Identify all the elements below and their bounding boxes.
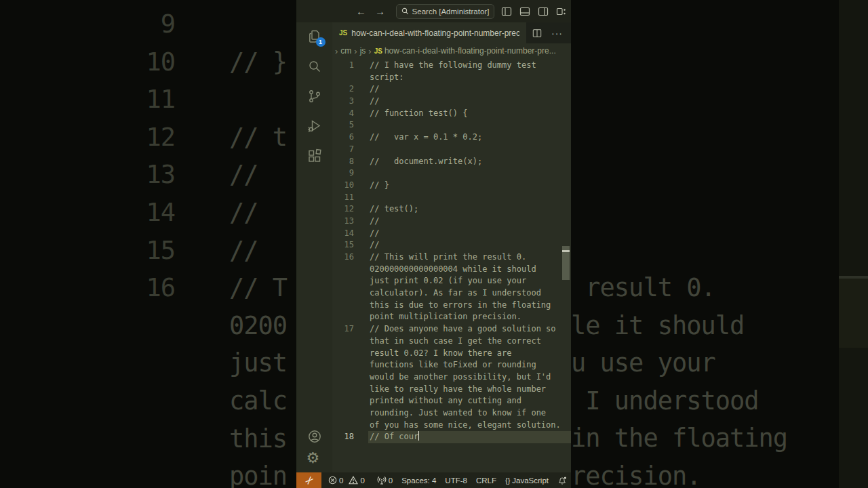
code-row[interactable]: 10// } bbox=[332, 180, 571, 192]
line-number: 13 bbox=[332, 216, 354, 228]
forward-arrow-icon[interactable]: → bbox=[375, 6, 385, 16]
line-number: 7 bbox=[332, 144, 354, 156]
ports-status[interactable]: 0 bbox=[377, 476, 393, 485]
toggle-primary-sidebar-icon[interactable] bbox=[501, 6, 512, 17]
status-bar: >< 0 0 bbox=[296, 472, 571, 488]
nav-arrows: ← → bbox=[356, 6, 385, 16]
background-code-row: 14// bbox=[0, 194, 296, 232]
customize-layout-icon[interactable] bbox=[556, 6, 566, 17]
line-number: 12 bbox=[332, 203, 354, 216]
code-row[interactable]: 16// This will print the result 0. bbox=[332, 251, 571, 264]
toggle-secondary-sidebar-icon[interactable] bbox=[538, 6, 549, 17]
code-row[interactable]: 15// bbox=[332, 239, 571, 251]
code-row[interactable]: 17// Does anyone have a good solution so bbox=[332, 323, 571, 336]
encoding-status[interactable]: UTF-8 bbox=[445, 476, 467, 485]
code-text bbox=[370, 167, 571, 180]
tab-label: how-can-i-deal-with-floating-point-numbe… bbox=[351, 28, 519, 38]
breadcrumb-item-file[interactable]: how-can-i-deal-with-floating-point-numbe… bbox=[384, 46, 556, 56]
sidebar-item-extensions[interactable] bbox=[307, 148, 323, 164]
code-row[interactable]: 11 bbox=[332, 192, 571, 204]
code-row[interactable]: 7 bbox=[332, 144, 571, 156]
indentation-status[interactable]: Spaces: 4 bbox=[401, 476, 436, 485]
code-text: // bbox=[370, 239, 571, 251]
remote-indicator[interactable]: >< bbox=[296, 472, 321, 488]
code-row[interactable]: 5 bbox=[332, 119, 571, 131]
line-number: 9 bbox=[332, 167, 354, 180]
editor-group: JS how-can-i-deal-with-floating-point-nu… bbox=[332, 22, 571, 472]
code-row[interactable]: 020000000000000004 while it should bbox=[332, 264, 571, 276]
line-number bbox=[332, 384, 354, 396]
tab-active-file[interactable]: JS how-can-i-deal-with-floating-point-nu… bbox=[332, 22, 526, 43]
sidebar-item-run-debug[interactable] bbox=[307, 118, 323, 134]
code-row[interactable]: would be another possibility, but I'd bbox=[332, 371, 571, 384]
code-text: like to really have the whole number bbox=[370, 384, 571, 396]
code-row[interactable]: 1// I have the following dummy test bbox=[332, 60, 571, 72]
code-row[interactable]: 4// function test() { bbox=[332, 108, 571, 120]
code-editor[interactable]: 1// I have the following dummy testscrip… bbox=[332, 58, 571, 472]
code-text: script: bbox=[370, 72, 571, 84]
warning-icon bbox=[349, 476, 358, 485]
toggle-panel-icon[interactable] bbox=[519, 6, 530, 17]
code-row[interactable]: 13// bbox=[332, 216, 571, 228]
code-row[interactable]: 2// bbox=[332, 83, 571, 96]
code-row[interactable]: printed without any cutting and bbox=[332, 395, 571, 407]
code-row[interactable]: calculator). As far as I understood bbox=[332, 287, 571, 300]
code-text: // This will print the result 0. bbox=[370, 251, 571, 264]
code-text: 020000000000000004 while it should bbox=[370, 264, 571, 276]
code-text: // var x = 0.1 * 0.2; bbox=[370, 131, 571, 144]
settings-button[interactable]: ⚙ bbox=[307, 450, 323, 466]
code-row[interactable]: rounding. Just wanted to know if one bbox=[332, 407, 571, 420]
code-text: // bbox=[370, 96, 571, 108]
sidebar-item-explorer[interactable]: 1 bbox=[307, 28, 323, 45]
code-row[interactable]: 14// bbox=[332, 228, 571, 240]
sidebar-item-source-control[interactable] bbox=[307, 88, 323, 104]
code-row[interactable]: functions like toFixed or rounding bbox=[332, 359, 571, 371]
screenshot-stage: 910// }1112// t13//14//15//16// T0200jus… bbox=[0, 0, 868, 488]
accounts-button[interactable] bbox=[307, 428, 323, 445]
chevron-right-icon: › bbox=[368, 46, 372, 56]
language-status[interactable]: {} JavaScript bbox=[505, 476, 549, 485]
line-number: 2 bbox=[332, 83, 354, 96]
code-row[interactable]: 9 bbox=[332, 167, 571, 180]
split-editor-icon[interactable] bbox=[532, 28, 542, 38]
line-number bbox=[332, 300, 354, 312]
command-center-search[interactable]: Search [Administrator] bbox=[396, 4, 494, 19]
eol-status[interactable]: CRLF bbox=[476, 476, 496, 485]
line-number bbox=[332, 371, 354, 384]
code-row[interactable]: this is due to errors in the floating bbox=[332, 300, 571, 312]
code-text: printed without any cutting and bbox=[370, 395, 571, 407]
code-text: of you has some nice, elegant solution. bbox=[370, 420, 571, 432]
code-row[interactable]: 18// Of cour bbox=[332, 431, 571, 443]
code-row[interactable]: script: bbox=[332, 72, 571, 84]
background-code-row: 12// t bbox=[0, 119, 296, 157]
editor-rows: 1// I have the following dummy testscrip… bbox=[332, 60, 571, 443]
code-row[interactable]: 8// document.write(x); bbox=[332, 156, 571, 168]
line-number: 10 bbox=[332, 180, 354, 192]
more-actions-icon[interactable]: ··· bbox=[551, 28, 563, 38]
line-number bbox=[332, 359, 354, 371]
bell-icon[interactable] bbox=[557, 476, 567, 485]
back-arrow-icon[interactable]: ← bbox=[356, 6, 366, 16]
sidebar-item-search[interactable] bbox=[307, 58, 323, 75]
code-row[interactable]: just print 0.02 (if you use your bbox=[332, 275, 571, 287]
code-row[interactable]: point multiplication precision. bbox=[332, 311, 571, 323]
line-number bbox=[332, 72, 354, 84]
background-code-row: 0200 bbox=[0, 307, 296, 345]
breadcrumb-item-folder[interactable]: cm bbox=[340, 46, 351, 56]
code-row[interactable]: like to really have the whole number bbox=[332, 384, 571, 396]
code-text: // function test() { bbox=[370, 108, 571, 120]
tab-bar: JS how-can-i-deal-with-floating-point-nu… bbox=[332, 22, 571, 43]
problems-status[interactable]: 0 0 bbox=[328, 476, 365, 485]
code-text: // Of cour bbox=[368, 431, 571, 443]
code-row[interactable]: 6// var x = 0.1 * 0.2; bbox=[332, 131, 571, 144]
code-row[interactable]: that in such case I get the correct bbox=[332, 336, 571, 348]
code-text: rounding. Just wanted to know if one bbox=[370, 407, 571, 420]
code-row[interactable]: of you has some nice, elegant solution. bbox=[332, 420, 571, 432]
layout-controls bbox=[501, 6, 571, 17]
code-row[interactable]: 12// test(); bbox=[332, 203, 571, 216]
line-number bbox=[332, 287, 354, 300]
code-text: this is due to errors in the floating bbox=[370, 300, 571, 312]
code-row[interactable]: 3// bbox=[332, 96, 571, 108]
breadcrumb-item-folder[interactable]: js bbox=[360, 46, 366, 56]
code-row[interactable]: result 0.02? I know there are bbox=[332, 348, 571, 360]
